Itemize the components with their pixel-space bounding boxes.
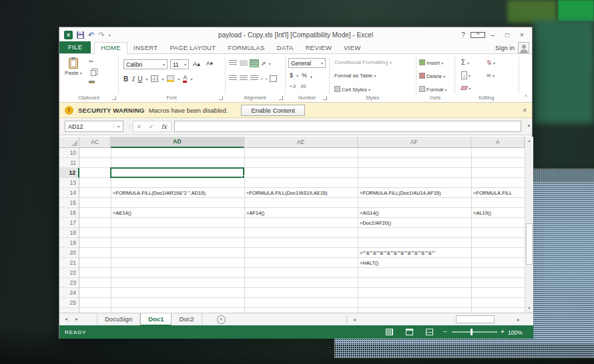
row-header-21[interactable]: 21	[59, 258, 79, 268]
tab-view[interactable]: VIEW	[338, 43, 366, 53]
column-header-AF[interactable]: AF	[358, 137, 471, 147]
bold-button[interactable]: B	[123, 75, 128, 83]
column-header-AE[interactable]: AE	[244, 137, 358, 147]
scroll-right-icon[interactable]: ▸	[517, 317, 520, 323]
row-header-23[interactable]: 23	[59, 278, 79, 288]
cell-AD16[interactable]: =AE14()	[113, 210, 131, 216]
zoom-in-icon[interactable]: +	[501, 328, 505, 335]
sign-in-link[interactable]: Sign in	[495, 44, 515, 51]
clear-button[interactable]: ▾	[461, 85, 471, 91]
row-header-18[interactable]: 18	[59, 228, 79, 238]
user-avatar[interactable]	[518, 42, 529, 53]
cancel-icon[interactable]: ×	[137, 123, 141, 130]
horizontal-scroll-thumb[interactable]	[456, 315, 495, 323]
row-header-17[interactable]: 17	[59, 218, 79, 228]
expand-formula-bar-icon[interactable]: ▾	[527, 123, 530, 129]
sheet-tab-doc1[interactable]: Doc1	[140, 313, 172, 326]
shrink-font-button[interactable]: A▾	[206, 60, 213, 67]
row-header-10[interactable]: 10	[59, 148, 79, 158]
insert-function-icon[interactable]: fx	[162, 123, 167, 130]
cell-AE16[interactable]: =AF14()	[246, 210, 264, 216]
zoom-slider-track[interactable]	[452, 331, 497, 333]
fill-button[interactable]: ↓ ▾	[461, 72, 471, 79]
redo-icon[interactable]: ↷	[98, 31, 104, 39]
align-left-button[interactable]	[229, 75, 237, 82]
column-header-AD[interactable]: AD	[111, 137, 244, 148]
borders-icon[interactable]	[151, 75, 158, 82]
align-bottom-button[interactable]	[250, 60, 258, 67]
dialog-launcher-icon[interactable]	[112, 96, 116, 100]
underline-button[interactable]: U	[137, 75, 142, 83]
tab-file[interactable]: FILE	[59, 41, 91, 53]
format-painter-icon[interactable]	[89, 81, 95, 83]
cell-styles-button[interactable]: Cell Styles ▾	[334, 86, 370, 93]
row-header-12[interactable]: 12	[59, 168, 79, 178]
paste-button[interactable]: Paste ▾	[65, 58, 82, 76]
vertical-scrollbar[interactable]: ▴ ▾	[525, 137, 533, 313]
format-cells-button[interactable]: Format ▾	[419, 86, 447, 93]
currency-format-button[interactable]: $	[290, 72, 293, 79]
font-color-icon[interactable]: A	[183, 75, 187, 83]
scroll-left-icon[interactable]: ◂	[353, 317, 356, 323]
comma-format-button[interactable]: ,	[310, 72, 312, 79]
sort-filter-button[interactable]: ⇅ ▾	[487, 59, 495, 66]
customize-toolbar-icon[interactable]: ▾	[108, 33, 110, 37]
column-header-AC[interactable]: AC	[79, 137, 111, 147]
align-right-button[interactable]	[250, 75, 258, 82]
format-as-table-button[interactable]: Format as Table ▾	[334, 73, 376, 79]
zoom-slider-thumb[interactable]	[471, 329, 473, 335]
dialog-launcher-icon[interactable]	[279, 96, 283, 100]
font-name-select[interactable]: Calibri▾	[123, 59, 168, 69]
row-header-16[interactable]: 16	[59, 208, 79, 218]
sheet-tab-docusign[interactable]: DocuSign	[97, 313, 140, 326]
tab-home[interactable]: HOME	[94, 42, 127, 54]
font-size-select[interactable]: 11▾	[170, 59, 189, 69]
cell-AF17[interactable]: =Doc1!AF20()	[360, 220, 391, 226]
merge-center-icon[interactable]	[270, 75, 277, 82]
new-sheet-icon[interactable]: +	[217, 315, 226, 324]
help-button[interactable]: ?	[456, 31, 471, 39]
formula-input[interactable]	[174, 121, 521, 132]
minimize-button[interactable]: –	[485, 31, 500, 39]
cell-AF14[interactable]: =FORMULA.FILL(Doc1!AU14,AF15)	[360, 190, 441, 196]
cell-AF21[interactable]: =HALT()	[360, 260, 378, 266]
zoom-level[interactable]: 100%	[508, 329, 523, 336]
cell-AF20[interactable]: =""&""&""&""&""&""&""&""&""&""&""	[360, 250, 435, 256]
align-middle-button[interactable]	[240, 60, 248, 67]
autosum-button[interactable]: Σ ▾	[461, 59, 469, 66]
fill-color-icon[interactable]	[167, 75, 174, 82]
cell-AG14[interactable]: =FORMULA.FILL	[473, 190, 512, 196]
copy-icon[interactable]	[91, 70, 96, 76]
cell-AF16[interactable]: =AG14()	[360, 210, 379, 216]
ribbon-display-options-button[interactable]: ^	[471, 31, 485, 39]
tab-insert[interactable]: INSERT	[127, 43, 164, 53]
grow-font-button[interactable]: A▴	[193, 60, 200, 67]
vertical-scroll-thumb[interactable]	[526, 223, 533, 265]
find-select-button[interactable]: ∞ ▾	[487, 72, 495, 79]
conditional-formatting-button[interactable]: Conditional Formatting ▾	[334, 59, 392, 65]
select-all-corner[interactable]	[59, 137, 79, 147]
row-header-13[interactable]: 13	[59, 178, 79, 188]
cell-AD14[interactable]: =FORMULA.FILL(Doc1!AR19&"2 ",AD15)	[113, 190, 206, 196]
scroll-down-icon[interactable]: ▾	[525, 304, 533, 313]
save-icon[interactable]	[77, 31, 84, 39]
insert-cells-button[interactable]: Insert ▾	[419, 59, 443, 66]
tab-page-layout[interactable]: PAGE LAYOUT	[164, 43, 222, 53]
sheet-tab-doc2[interactable]: Doc2	[172, 313, 202, 326]
cell-AE14[interactable]: =FORMULA.FILL(Doc1!AS19,AE15)	[246, 190, 328, 196]
selected-cell-AD12[interactable]	[110, 167, 244, 178]
page-break-view-icon[interactable]	[426, 329, 433, 335]
excel-logo-icon[interactable]: X	[64, 31, 73, 39]
row-header-15[interactable]: 15	[59, 198, 79, 208]
cut-icon[interactable]: ✂	[89, 58, 94, 65]
dialog-launcher-icon[interactable]	[219, 96, 223, 100]
percent-format-button[interactable]: %	[302, 72, 307, 79]
name-box[interactable]: AD12 ▾	[65, 121, 123, 132]
enter-icon[interactable]: ✓	[149, 123, 154, 130]
decrease-decimal-button[interactable]: .00	[300, 84, 306, 89]
fill-handle[interactable]	[242, 175, 245, 179]
close-button[interactable]: ×	[515, 31, 529, 39]
cell-AG16[interactable]: =AL19()	[473, 210, 491, 216]
row-header-11[interactable]: 11	[59, 158, 79, 168]
next-sheet-icon[interactable]: ▸	[75, 316, 78, 322]
